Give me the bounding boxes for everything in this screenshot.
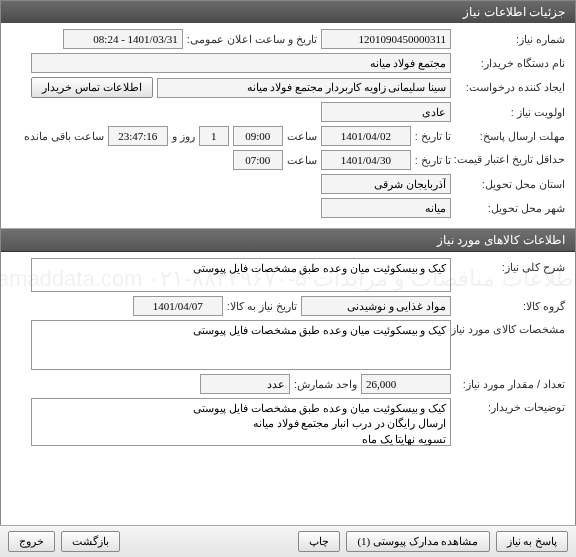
reply-need-button[interactable]: پاسخ به نیاز: [496, 531, 569, 552]
goods-section: شرح کلی نیاز: گروه کالا: تاریخ نیاز به ک…: [1, 252, 575, 456]
days-remaining-input: [199, 126, 229, 146]
buyer-input: [31, 53, 451, 73]
unit-label: واحد شمارش:: [294, 378, 357, 391]
days-and-label: روز و: [172, 130, 195, 143]
spec-label: مشخصات کالای مورد نیاز:: [455, 320, 565, 336]
time-label-2: ساعت: [287, 154, 317, 167]
price-validity-label: حداقل تاریخ اعتبار قیمت:: [455, 153, 565, 166]
view-attachments-button[interactable]: مشاهده مدارک پیوستی (1): [346, 531, 489, 552]
reply-deadline-label: مهلت ارسال پاسخ:: [455, 130, 565, 143]
unit-input: [200, 374, 290, 394]
announce-input: [63, 29, 183, 49]
buyer-label: نام دستگاه خریدار:: [455, 57, 565, 70]
need-details-section: شماره نیاز: تاریخ و ساعت اعلان عمومی: نا…: [1, 23, 575, 228]
city-input: [321, 198, 451, 218]
window: جزئیات اطلاعات نیاز شماره نیاز: تاریخ و …: [0, 0, 576, 557]
exit-button[interactable]: خروج: [8, 531, 55, 552]
print-button[interactable]: چاپ: [298, 531, 340, 552]
need-no-label: شماره نیاز:: [455, 33, 565, 46]
buyer-notes-textarea: [31, 398, 451, 446]
group-label: گروه کالا:: [455, 300, 565, 313]
need-no-input: [321, 29, 451, 49]
contact-buyer-button[interactable]: اطلاعات تماس خریدار: [31, 77, 153, 98]
window-title: جزئیات اطلاعات نیاز: [1, 1, 575, 23]
qty-input: [361, 374, 451, 394]
goods-section-header: اطلاعات کالاهای مورد نیاز: [1, 228, 575, 252]
remaining-label: ساعت باقی مانده: [24, 130, 104, 143]
need-date-label: تاریخ نیاز به کالا:: [227, 300, 297, 313]
to-date-label-2: تا تاریخ :: [415, 154, 451, 167]
price-time-input: [233, 150, 283, 170]
time-remaining-input: [108, 126, 168, 146]
reply-time-input: [233, 126, 283, 146]
priority-input: [321, 102, 451, 122]
province-input: [321, 174, 451, 194]
priority-label: اولویت نیاز :: [455, 106, 565, 119]
time-label-1: ساعت: [287, 130, 317, 143]
requester-label: ایجاد کننده درخواست:: [455, 81, 565, 94]
spec-textarea: [31, 320, 451, 370]
qty-label: تعداد / مقدار مورد نیاز:: [455, 378, 565, 391]
price-date-input: [321, 150, 411, 170]
city-label: شهر محل تحویل:: [455, 202, 565, 215]
footer: پاسخ به نیاز مشاهده مدارک پیوستی (1) چاپ…: [0, 525, 576, 557]
announce-label: تاریخ و ساعت اعلان عمومی:: [187, 33, 317, 46]
reply-date-input: [321, 126, 411, 146]
requester-input: [157, 78, 452, 98]
back-button[interactable]: بازگشت: [61, 531, 120, 552]
desc-textarea: [31, 258, 451, 292]
buyer-notes-label: توضیحات خریدار:: [455, 398, 565, 414]
group-input: [301, 296, 451, 316]
desc-label: شرح کلی نیاز:: [455, 258, 565, 274]
to-date-label: تا تاریخ :: [415, 130, 451, 143]
need-date-input: [133, 296, 223, 316]
province-label: استان محل تحویل:: [455, 178, 565, 191]
